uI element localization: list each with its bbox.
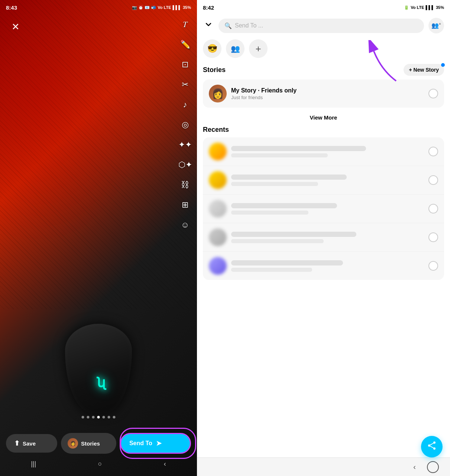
- recent-select-1[interactable]: [428, 147, 438, 156]
- recent-name-bar-4: [231, 232, 356, 237]
- status-bar-right: 8:42 🔋 Vo LTE ▌▌▌ 35%: [197, 0, 450, 15]
- bottom-bar: ⬆ Save 👩 Stories Send To ➤: [0, 433, 197, 454]
- dot-4: [97, 416, 100, 418]
- nav-home-icon: ○: [98, 460, 102, 468]
- recent-select-3[interactable]: [428, 204, 438, 213]
- recent-select-5[interactable]: [428, 261, 438, 271]
- my-story-card[interactable]: 👩 My Story · Friends only Just for frien…: [203, 79, 444, 108]
- crop-tool[interactable]: ⊞: [179, 199, 191, 211]
- battery-icon-right: 🔋: [404, 5, 409, 10]
- recent-item[interactable]: [203, 137, 444, 166]
- sticker-tool[interactable]: ⊡: [179, 59, 191, 71]
- recent-sub-bar-2: [231, 182, 318, 186]
- pencil-tool[interactable]: ✏️: [179, 39, 191, 50]
- scissors-icon: ✂: [182, 80, 188, 89]
- scissors-tool[interactable]: ✂: [179, 79, 191, 91]
- share-fab-button[interactable]: [421, 436, 443, 457]
- search-bar[interactable]: 🔍 Send To ...: [218, 19, 424, 33]
- effects-icon: ◎: [182, 120, 189, 130]
- status-bar-left: 8:43 📷 ⏰ 📧 📬 Vo LTE ▌▌▌ 35%: [0, 0, 197, 15]
- view-more-button[interactable]: View More: [203, 111, 444, 122]
- time-left: 8:43: [6, 4, 17, 11]
- status-icons-right: 🔋 Vo LTE ▌▌▌ 35%: [404, 5, 444, 10]
- save-icon: ⬆: [14, 439, 20, 447]
- collapse-button[interactable]: [203, 19, 214, 32]
- battery-pct-right: 35%: [436, 5, 444, 10]
- search-placeholder: Send To ...: [235, 22, 263, 29]
- recent-name-block-3: [231, 203, 424, 215]
- recent-sub-bar-1: [231, 153, 328, 157]
- add-friends-icon: 👥+: [431, 22, 441, 29]
- recent-sub-bar-3: [231, 211, 308, 215]
- status-icon-left: 📷 ⏰ 📧 📬: [132, 5, 156, 10]
- new-story-notification-dot: [441, 63, 445, 67]
- svg-point-0: [433, 441, 436, 444]
- close-icon: ✕: [12, 22, 20, 32]
- stories-avatar: 👩: [68, 438, 78, 449]
- edit-toolbar: 𝑇 ✏️ ⊡ ✂ ♪ ◎ ✦✦ ⬡✦ ⛓: [179, 19, 191, 231]
- recent-item[interactable]: [203, 252, 444, 280]
- quick-emoji-button[interactable]: 😎: [203, 39, 221, 58]
- recent-item[interactable]: [203, 223, 444, 252]
- svg-point-2: [433, 447, 436, 450]
- recents-title: Recents: [203, 126, 444, 134]
- battery-icon: 35%: [183, 5, 191, 10]
- recent-avatar-4: [209, 228, 227, 246]
- recent-avatar-1: [209, 143, 227, 160]
- svg-line-4: [430, 446, 434, 448]
- dot-2: [87, 416, 90, 418]
- text-tool-icon: 𝑇: [183, 20, 187, 29]
- recent-avatar-3: [209, 200, 227, 218]
- recent-name-block-2: [231, 175, 424, 186]
- search-icon: 🔍: [224, 22, 232, 29]
- mouse-body: ʯ: [65, 324, 132, 413]
- background-texture: [0, 0, 197, 309]
- recents-list: [203, 137, 444, 280]
- nav-bar-left: ||| ○ ‹: [0, 456, 197, 472]
- recent-select-2[interactable]: [428, 175, 438, 185]
- save-button[interactable]: ⬆ Save: [6, 434, 57, 453]
- stories-button[interactable]: 👩 Stories: [61, 433, 116, 454]
- my-story-subtitle: Just for friends: [231, 95, 424, 100]
- send-to-button[interactable]: Send To ➤: [120, 433, 191, 454]
- nav-back-icon-right[interactable]: ‹: [413, 463, 416, 471]
- face-icon: ☺: [181, 220, 189, 230]
- left-panel: ʯ 8:43 📷 ⏰ 📧 📬 Vo LTE ▌▌▌ 35% ✕ 𝑇 ✏️: [0, 0, 197, 476]
- status-icons-left: 📷 ⏰ 📧 📬 Vo LTE ▌▌▌ 35%: [132, 5, 191, 10]
- recent-item[interactable]: [203, 195, 444, 223]
- quick-actions-row: 😎 👥 +: [197, 37, 450, 62]
- new-story-button[interactable]: + New Story: [404, 64, 444, 76]
- recent-name-block-1: [231, 146, 424, 157]
- close-button[interactable]: ✕: [7, 19, 24, 35]
- recent-name-bar-3: [231, 203, 337, 208]
- signal-icon-right: ▌▌▌: [426, 5, 434, 10]
- search-header: 🔍 Send To ... 👥+: [197, 15, 450, 37]
- music-icon: ♪: [183, 100, 187, 110]
- recent-sub-bar-4: [231, 239, 324, 243]
- face-tool[interactable]: ☺: [179, 219, 191, 231]
- recent-avatar-2: [209, 171, 227, 189]
- dot-6: [108, 416, 110, 418]
- text-tool[interactable]: 𝑇: [179, 19, 191, 30]
- effects-tool[interactable]: ◎: [179, 119, 191, 131]
- music-tool[interactable]: ♪: [179, 99, 191, 111]
- recent-name-bar-1: [231, 146, 366, 151]
- my-story-select[interactable]: [428, 89, 438, 98]
- recent-select-4[interactable]: [428, 232, 438, 242]
- link-tool[interactable]: ⛓: [179, 179, 191, 191]
- magic-tool[interactable]: ✦✦: [179, 139, 191, 151]
- quick-add-button[interactable]: +: [249, 39, 268, 58]
- recent-avatar-5: [209, 257, 227, 275]
- my-story-info: My Story · Friends only Just for friends: [231, 87, 424, 100]
- add-friends-button[interactable]: 👥+: [428, 18, 444, 33]
- eraser-tool[interactable]: ⬡✦: [179, 159, 191, 171]
- recent-name-bar-5: [231, 260, 343, 265]
- quick-friends-button[interactable]: 👥: [226, 39, 245, 58]
- signal-icon: Vo LTE: [158, 5, 171, 10]
- recent-name-bar-2: [231, 175, 347, 180]
- stories-title: Stories: [203, 66, 226, 74]
- stories-label: Stories: [81, 440, 100, 447]
- send-to-label: Send To: [129, 440, 152, 447]
- recent-item[interactable]: [203, 166, 444, 195]
- nav-back-icon: ‹: [164, 460, 166, 468]
